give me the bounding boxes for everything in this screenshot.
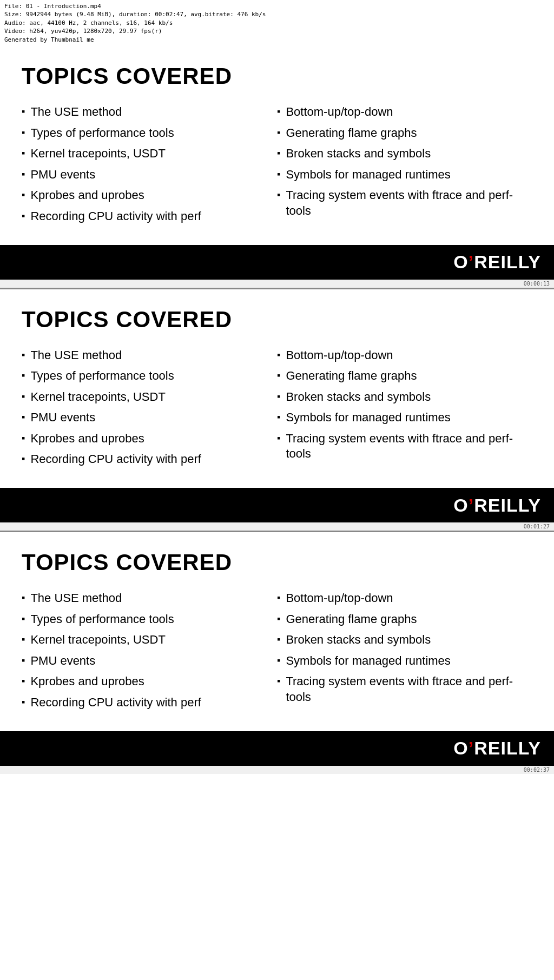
slide-2-col1-item-0: The USE method [22, 348, 277, 363]
slide-1-col1-item-3: PMU events [22, 167, 277, 183]
slide-2-col1-item-4: Kprobes and uprobes [22, 431, 277, 447]
slide-1-topics-grid: The USE methodTypes of performance tools… [22, 104, 532, 230]
slide-3-topics-grid: The USE methodTypes of performance tools… [22, 591, 532, 716]
file-info-line1: File: 01 - Introduction.mp4 [4, 2, 550, 10]
slide-3-col1-item-1: Types of performance tools [22, 612, 277, 627]
slide-2-col2-item-4: Tracing system events with ftrace and pe… [277, 431, 532, 462]
slide-2-col2-item-1: Generating flame graphs [277, 368, 532, 384]
slide-1-col1-item-5: Recording CPU activity with perf [22, 209, 277, 224]
slide-2-col2-item-3: Symbols for managed runtimes [277, 410, 532, 426]
slide-1-col1-item-1: Types of performance tools [22, 125, 277, 141]
timestamp-1: 00:00:13 [524, 281, 550, 287]
slide-3-col2-item-2: Broken stacks and symbols [277, 632, 532, 648]
oreilly-bar-1: O’REILLY [0, 245, 554, 280]
slide-3-col2-item-4: Tracing system events with ftrace and pe… [277, 674, 532, 705]
divider-row-1: 00:00:13 [0, 280, 554, 288]
slide-3-col2-item-1: Generating flame graphs [277, 612, 532, 627]
slide-1-col2-item-2: Broken stacks and symbols [277, 146, 532, 162]
slide-1-col2-item-4: Tracing system events with ftrace and pe… [277, 188, 532, 218]
slide-2: TOPICS COVEREDThe USE methodTypes of per… [0, 289, 554, 473]
oreilly-bar-2: O’REILLY [0, 488, 554, 522]
slide-1-col1-item-0: The USE method [22, 104, 277, 120]
slide-3-col1-item-0: The USE method [22, 591, 277, 606]
divider-row-2: 00:01:27 [0, 522, 554, 531]
slide-2-col1-item-5: Recording CPU activity with perf [22, 452, 277, 467]
slide-3-col2: Bottom-up/top-downGenerating flame graph… [277, 591, 532, 716]
file-info-line3: Audio: aac, 44100 Hz, 2 channels, s16, 1… [4, 19, 550, 27]
slide-1-col2: Bottom-up/top-downGenerating flame graph… [277, 104, 532, 230]
slide-2-col1-item-3: PMU events [22, 410, 277, 426]
slide-1-col1-item-2: Kernel tracepoints, USDT [22, 146, 277, 162]
file-info-line5: Generated by Thumbnail me [4, 36, 550, 44]
slide-3-title: TOPICS COVERED [22, 549, 532, 575]
oreilly-bar-3: O’REILLY [0, 731, 554, 766]
oreilly-logo-3: O’REILLY [453, 738, 541, 759]
slide-1-col2-item-0: Bottom-up/top-down [277, 104, 532, 120]
slide-1-col2-item-3: Symbols for managed runtimes [277, 167, 532, 183]
slide-2-col1-item-1: Types of performance tools [22, 368, 277, 384]
slide-2-title: TOPICS COVERED [22, 307, 532, 333]
timestamp-2: 00:01:27 [524, 524, 550, 529]
slide-3-col2-item-3: Symbols for managed runtimes [277, 653, 532, 669]
slide-3-col2-item-0: Bottom-up/top-down [277, 591, 532, 606]
slide-1: TOPICS COVEREDThe USE methodTypes of per… [0, 46, 554, 230]
oreilly-logo-2: O’REILLY [453, 495, 541, 516]
timestamp-3: 00:02:37 [524, 767, 550, 773]
slide-2-col2-item-0: Bottom-up/top-down [277, 348, 532, 363]
slide-1-title: TOPICS COVERED [22, 63, 532, 89]
divider-row-3: 00:02:37 [0, 766, 554, 774]
oreilly-logo-1: O’REILLY [453, 251, 541, 273]
slide-2-col2-item-2: Broken stacks and symbols [277, 389, 532, 405]
slide-3-col1-item-3: PMU events [22, 653, 277, 669]
slide-3: TOPICS COVEREDThe USE methodTypes of per… [0, 532, 554, 716]
slide-2-topics-grid: The USE methodTypes of performance tools… [22, 348, 532, 473]
slide-2-col1-item-2: Kernel tracepoints, USDT [22, 389, 277, 405]
slide-1-col2-item-1: Generating flame graphs [277, 125, 532, 141]
slide-2-col1: The USE methodTypes of performance tools… [22, 348, 277, 473]
file-info-line2: Size: 9942944 bytes (9.48 MiB), duration… [4, 10, 550, 18]
slide-3-col1-item-5: Recording CPU activity with perf [22, 695, 277, 711]
file-info-block: File: 01 - Introduction.mp4 Size: 994294… [0, 0, 554, 46]
slide-3-col1-item-2: Kernel tracepoints, USDT [22, 632, 277, 648]
slide-3-col1: The USE methodTypes of performance tools… [22, 591, 277, 716]
slide-1-col1-item-4: Kprobes and uprobes [22, 188, 277, 203]
file-info-line4: Video: h264, yuv420p, 1280x720, 29.97 fp… [4, 27, 550, 35]
slide-1-col1: The USE methodTypes of performance tools… [22, 104, 277, 230]
slide-2-col2: Bottom-up/top-downGenerating flame graph… [277, 348, 532, 473]
slide-3-col1-item-4: Kprobes and uprobes [22, 674, 277, 690]
